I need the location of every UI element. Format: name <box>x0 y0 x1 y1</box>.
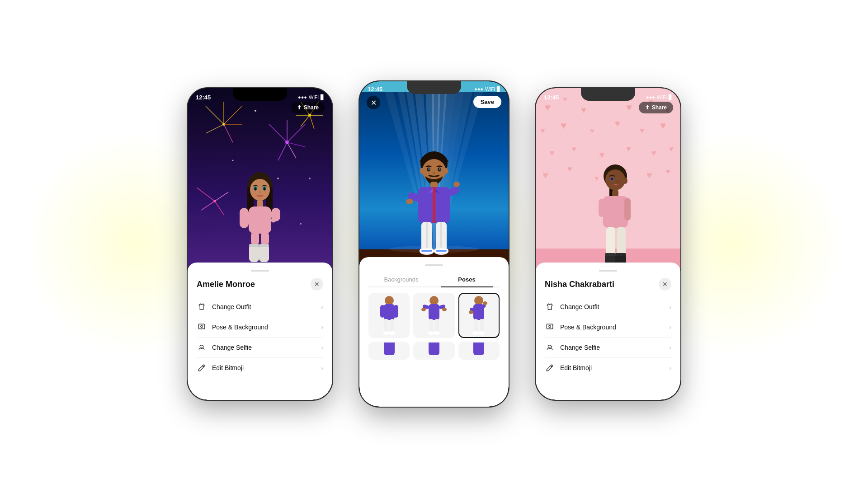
phone-left-close-button[interactable]: ✕ <box>311 278 323 291</box>
phone-left-time: 12:45 <box>196 94 211 101</box>
svg-text:♥: ♥ <box>615 118 620 128</box>
phone-center-close-button[interactable]: ✕ <box>367 96 380 109</box>
phone-right-bottom-panel: Nisha Chakrabarti ✕ Change Outfit › <box>536 263 680 400</box>
tab-backgrounds[interactable]: Backgrounds <box>368 272 434 286</box>
chevron-edit-right: › <box>669 364 671 371</box>
scene: 12:45 ●●● WiFi ▊ ⬆ Share Amelie Monroe ✕ <box>0 0 868 488</box>
menu-label-edit-right: Edit Bitmoji <box>560 364 669 371</box>
svg-line-6 <box>224 124 233 142</box>
svg-point-39 <box>259 191 261 193</box>
phone-left-share-button[interactable]: ⬆ Share <box>291 102 325 113</box>
svg-rect-104 <box>384 319 388 333</box>
svg-rect-131 <box>429 342 439 355</box>
svg-point-112 <box>421 308 426 311</box>
svg-text:♥: ♥ <box>542 169 548 181</box>
svg-point-123 <box>483 301 487 305</box>
pose-thumb-4[interactable] <box>368 342 410 360</box>
menu-item-edit-left[interactable]: Edit Bitmoji › <box>197 358 323 378</box>
svg-point-52 <box>201 326 203 328</box>
phone-right-avatar-bg: ♥ ♥ ♥ ♥ ♥ ♥ ♥ ♥ ♥ ♥ ♥ ♥ ♥ ♥ ♥ ♥ ♥ <box>536 88 680 269</box>
svg-line-15 <box>197 188 215 201</box>
chevron-edit-left: › <box>321 364 323 371</box>
menu-label-edit-left: Edit Bitmoji <box>212 364 321 371</box>
phone-center-status-icons: ●●● WiFi ▊ <box>474 86 500 92</box>
pose-thumb-2[interactable] <box>413 293 454 338</box>
svg-text:♥: ♥ <box>651 148 656 158</box>
battery-icon-right: ▊ <box>669 94 672 100</box>
phone-center-avatar-bg <box>359 81 509 263</box>
pose-thumb-5[interactable] <box>413 342 454 360</box>
share-label-right: Share <box>652 104 667 111</box>
phone-right-panel-header: Nisha Chakrabarti ✕ <box>545 278 671 291</box>
panel-handle-right <box>599 270 617 272</box>
svg-rect-41 <box>249 206 271 234</box>
menu-item-change-outfit-right[interactable]: Change Outfit › <box>545 297 671 317</box>
svg-line-29 <box>310 115 314 129</box>
menu-label-outfit-right: Change Outfit <box>560 303 669 310</box>
phone-right-share-button[interactable]: ⬆ Share <box>639 102 673 113</box>
phone-center-save-button[interactable]: Save <box>473 96 501 108</box>
svg-point-79 <box>439 169 441 170</box>
menu-item-selfie-left[interactable]: Change Selfie › <box>197 338 323 358</box>
svg-line-18 <box>215 201 224 215</box>
svg-text:♥: ♥ <box>561 120 566 131</box>
pose-icon-left <box>197 322 207 332</box>
menu-item-pose-right[interactable]: Pose & Background › <box>545 317 671 338</box>
pose-thumb-3[interactable] <box>458 293 500 338</box>
panel-handle-center <box>425 264 443 266</box>
chevron-pose-right: › <box>669 324 671 331</box>
svg-point-23 <box>300 223 302 225</box>
avatar-center-svg <box>398 148 470 263</box>
menu-item-pose-left[interactable]: Pose & Background › <box>197 317 323 338</box>
svg-rect-178 <box>615 253 626 256</box>
phone-center-tab-bar: Backgrounds Poses <box>368 272 500 287</box>
svg-point-168 <box>617 181 618 183</box>
svg-line-16 <box>201 201 215 210</box>
svg-point-121 <box>469 310 473 314</box>
phone-center-screen: 12:45 ●●● WiFi ▊ ✕ Save Backgrounds <box>359 81 509 407</box>
svg-point-99 <box>453 182 460 187</box>
svg-text:♥: ♥ <box>545 102 551 113</box>
svg-line-11 <box>287 142 305 147</box>
phone-left-avatar <box>228 169 292 269</box>
phone-right-close-button[interactable]: ✕ <box>659 278 671 291</box>
menu-item-edit-right[interactable]: Edit Bitmoji › <box>545 358 671 378</box>
svg-point-108 <box>429 296 439 305</box>
svg-text:♥: ♥ <box>626 144 631 153</box>
svg-rect-169 <box>612 190 618 197</box>
svg-line-13 <box>287 142 296 158</box>
menu-label-pose-left: Pose & Background <box>212 324 321 331</box>
svg-line-12 <box>278 142 287 160</box>
svg-rect-172 <box>599 199 605 217</box>
menu-label-pose-right: Pose & Background <box>560 324 669 331</box>
phone-right: ♥ ♥ ♥ ♥ ♥ ♥ ♥ ♥ ♥ ♥ ♥ ♥ ♥ ♥ ♥ ♥ ♥ <box>536 88 680 400</box>
svg-rect-129 <box>384 342 395 355</box>
tab-poses[interactable]: Poses <box>434 272 500 286</box>
pose-grid <box>368 293 500 360</box>
svg-point-165 <box>623 178 627 184</box>
svg-rect-51 <box>198 324 205 329</box>
pose-thumb-1[interactable] <box>368 293 410 338</box>
menu-item-change-outfit-left[interactable]: Change Outfit › <box>197 297 323 317</box>
phone-left-panel-header: Amelie Monroe ✕ <box>197 278 323 291</box>
svg-point-107 <box>389 331 395 335</box>
menu-item-selfie-right[interactable]: Change Selfie › <box>545 338 671 358</box>
svg-point-106 <box>383 331 389 335</box>
svg-line-17 <box>215 192 228 201</box>
share-icon-right: ⬆ <box>645 104 650 111</box>
svg-rect-49 <box>249 244 259 247</box>
edit-icon-left <box>197 363 207 373</box>
svg-rect-101 <box>384 304 395 320</box>
phone-center-notch <box>407 81 461 94</box>
phone-center-time: 12:45 <box>368 86 382 93</box>
selfie-icon-right <box>545 343 555 352</box>
panel-handle <box>251 270 269 272</box>
pose-thumb-6[interactable] <box>458 342 500 360</box>
svg-rect-89 <box>440 222 442 251</box>
phone-center-avatar <box>398 148 470 263</box>
svg-point-97 <box>406 199 413 204</box>
phone-right-time: 12:45 <box>544 94 559 101</box>
svg-point-34 <box>250 179 270 201</box>
svg-rect-95 <box>436 250 447 252</box>
avatar-right-svg <box>581 163 649 269</box>
